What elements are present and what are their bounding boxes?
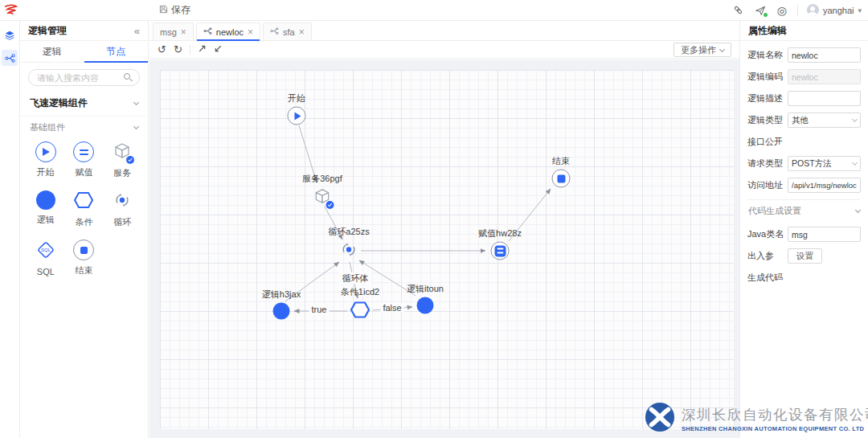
canvas-toolbar: ↺ ↻ 更多操作 — [149, 41, 739, 59]
edge-label-false: false — [380, 303, 403, 313]
end-icon — [552, 170, 571, 188]
palette-item-start[interactable]: 开始 — [27, 141, 65, 179]
logic-code-label: 逻辑编码 — [747, 71, 788, 83]
assign-icon — [491, 242, 510, 260]
chevron-down-icon — [855, 207, 861, 213]
basic-components-header[interactable]: 基础组件 — [20, 117, 148, 138]
flow-canvas[interactable]: 循环体 true false 开始 服务36pgf 循环a25zs 赋值hw28… — [149, 59, 739, 438]
codegen-section-label: 代码生成设置 — [748, 205, 801, 217]
component-palette: 开始 赋值 服务 逻辑 条件 循环 SQL SQL — [20, 138, 148, 280]
node-logic-h3jax[interactable]: 逻辑h3jax — [273, 303, 290, 320]
condition-icon — [349, 301, 371, 322]
flow-tab-icon — [203, 27, 212, 37]
start-icon — [288, 107, 306, 125]
component-group-header[interactable]: 飞速逻辑组件 — [20, 91, 148, 117]
palette-item-end[interactable]: 结束 — [65, 239, 104, 276]
node-loop[interactable]: 循环a25zs — [339, 240, 358, 262]
request-type-label: 请求类型 — [747, 158, 788, 170]
logic-name-label: 逻辑名称 — [747, 49, 788, 61]
access-url-input[interactable] — [788, 178, 861, 193]
node-end[interactable]: 结束 — [552, 170, 571, 188]
access-url-label: 访问地址 — [747, 179, 788, 191]
node-logic-itoun[interactable]: 逻辑itoun — [417, 297, 434, 314]
end-icon — [73, 239, 94, 260]
palette-item-condition[interactable]: 条件 — [65, 190, 104, 228]
redo-icon[interactable]: ↻ — [174, 44, 182, 55]
edge-label-true: true — [309, 305, 330, 314]
zoom-in-icon[interactable] — [198, 44, 207, 55]
logic-desc-input[interactable] — [788, 91, 861, 106]
close-icon[interactable]: × — [299, 27, 305, 37]
logic-type-label: 逻辑类型 — [747, 114, 788, 126]
sidebar-tab-logic[interactable]: 逻辑 — [20, 41, 84, 62]
sidebar-tab-node[interactable]: 节点 — [84, 41, 149, 62]
left-rail — [0, 21, 20, 438]
node-start[interactable]: 开始 — [288, 107, 306, 125]
palette-item-assign[interactable]: 赋值 — [65, 141, 104, 179]
sql-icon: SQL — [35, 239, 56, 263]
chevron-down-icon — [133, 124, 139, 129]
document-tabbar: msg × newloc × sfa × — [149, 21, 739, 41]
user-menu[interactable]: yanghai ▾ — [807, 4, 862, 16]
palette-item-logic[interactable]: 逻辑 — [27, 190, 65, 228]
start-icon — [35, 141, 56, 162]
node-condition[interactable]: 条件1icd2 — [349, 301, 371, 322]
target-icon[interactable]: ◎ — [776, 4, 788, 17]
tab-msg[interactable]: msg × — [153, 23, 194, 40]
java-class-label: Java类名 — [747, 228, 788, 240]
save-button[interactable]: 保存 — [159, 3, 190, 17]
canvas-grid[interactable] — [160, 70, 734, 429]
loop-icon — [113, 190, 132, 212]
java-class-input[interactable] — [788, 227, 861, 242]
online-status-dot — [764, 13, 768, 17]
username: yanghai — [823, 6, 854, 15]
service-icon — [113, 141, 132, 163]
assign-icon — [73, 141, 94, 162]
topbar-divider — [797, 5, 798, 16]
logic-desc-label: 逻辑描述 — [747, 92, 788, 104]
palette-item-service[interactable]: 服务 — [103, 141, 141, 179]
close-icon[interactable]: × — [181, 27, 186, 37]
save-icon — [159, 5, 168, 16]
palette-item-sql[interactable]: SQL SQL — [27, 239, 65, 276]
tab-newloc[interactable]: newloc × — [196, 23, 260, 40]
logic-icon — [36, 190, 55, 210]
loop-icon — [339, 240, 358, 262]
params-label: 出入参 — [747, 250, 788, 262]
logic-code-input — [788, 69, 861, 84]
params-setting-button[interactable]: 设置 — [788, 248, 822, 264]
property-panel: 属性编辑 逻辑名称 逻辑编码 逻辑描述 逻辑类型 其他 接口公开 请求类型 PO… — [739, 21, 868, 438]
logic-name-input[interactable] — [788, 47, 861, 63]
rail-item-data-icon[interactable] — [2, 27, 18, 43]
service-icon — [313, 187, 332, 208]
logic-icon — [273, 303, 290, 320]
sidebar-title: 逻辑管理 — [28, 24, 67, 38]
editor-main: msg × newloc × sfa × ↺ ↻ 更多操作 — [149, 21, 739, 438]
search-icon — [124, 73, 133, 82]
tab-sfa[interactable]: sfa × — [263, 23, 312, 40]
logic-type-select[interactable]: 其他 — [788, 113, 861, 128]
property-panel-title: 属性编辑 — [740, 21, 868, 41]
undo-icon[interactable]: ↺ — [158, 44, 166, 55]
more-actions-button[interactable]: 更多操作 — [674, 43, 731, 57]
caret-down-icon: ▾ — [858, 6, 862, 14]
send-icon[interactable] — [754, 4, 767, 17]
chevron-down-icon — [133, 100, 139, 105]
node-service[interactable]: 服务36pgf — [313, 187, 332, 208]
collapse-sidebar-icon[interactable]: « — [134, 25, 140, 37]
palette-item-loop[interactable]: 循环 — [103, 190, 141, 228]
close-icon[interactable]: × — [248, 27, 253, 37]
codegen-section-header[interactable]: 代码生成设置 — [747, 199, 861, 222]
rail-item-flow-icon[interactable] — [2, 50, 18, 66]
request-type-select[interactable]: POST方法 — [788, 156, 861, 171]
node-assign[interactable]: 赋值hw28z — [491, 242, 510, 260]
basic-components-label: 基础组件 — [30, 121, 65, 133]
link-icon[interactable] — [732, 4, 745, 17]
avatar — [807, 4, 819, 16]
logic-icon — [417, 297, 434, 314]
chevron-down-icon — [852, 160, 858, 166]
topbar: 保存 ◎ yanghai ▾ — [0, 0, 868, 21]
zoom-out-icon[interactable] — [214, 44, 223, 55]
flow-tab-icon — [270, 27, 279, 37]
svg-text:SQL: SQL — [41, 248, 51, 252]
